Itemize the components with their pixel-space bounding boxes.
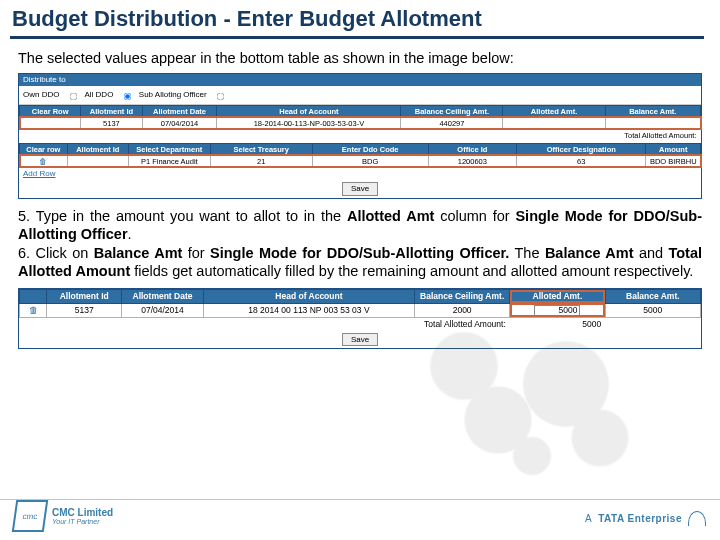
screenshot-2: Allotment Id Allotment Date Head of Acco… [18,288,702,349]
own-ddo-radio[interactable] [69,92,77,100]
save-button-2[interactable]: Save [342,333,378,347]
table1-upper: Clear Row Allotment Id Allotment Date He… [19,105,701,141]
add-row-link[interactable]: Add Row [19,168,59,180]
save-button-1[interactable]: Save [342,182,378,196]
lead-text: The selected values appear in the bottom… [18,49,702,67]
trash-icon[interactable]: 🗑 [39,157,47,166]
trash-icon-2[interactable]: 🗑 [29,305,38,315]
table1-lower-row-highlight: 🗑 P1 Finance Audit 21 BDG 1200603 63 BDO… [20,155,701,167]
t3-h-bal: Balance Amt. [605,290,700,303]
t3-h-aid: Allotment Id [47,290,122,303]
t2-h-amt: Amount [646,143,701,155]
t1-h-bal: Balance Amt. [605,105,700,117]
t2-h-od: Office Id [428,143,517,155]
step5: 5. Type in the amount you want to allot … [18,207,702,243]
screenshot-1: Distribute to Own DDO All DDO Sub Alloti… [18,73,702,199]
t2-h-clear: Clear row [20,143,68,155]
cmc-logo: cmc CMC Limited Your IT Partner [14,500,113,532]
distribute-options: Own DDO All DDO Sub Alloting Officer [19,86,701,105]
t2-h-ec: Enter Ddo Code [312,143,428,155]
table2-row: 🗑 5137 07/04/2014 18 2014 00 113 NP 003 … [20,303,701,317]
sub-allot-radio[interactable] [217,92,225,100]
tata-logo-icon [688,511,706,526]
table1-row-highlight: 5137 07/04/2014 18-2014-00-113-NP-003-53… [20,117,701,129]
step6: 6. Click on Balance Amt for Single Mode … [18,244,702,280]
allotted-amt-input[interactable]: 5000 [534,305,580,316]
table2: Allotment Id Allotment Date Head of Acco… [19,289,701,329]
t1-h-aid: Allotment Id [81,105,142,117]
t3-h-adate: Allotment Date [122,290,204,303]
distribute-to-bar: Distribute to [19,74,701,86]
t1-h-bca: Balance Ceiling Amt. [401,105,503,117]
t1-h-clear: Clear Row [20,105,81,117]
t1-h-alamt: Allotted Amt. [503,105,605,117]
page-title: Budget Distribution - Enter Budget Allot… [10,6,704,39]
t1-h-adate: Allotment Date [142,105,217,117]
tata-mark: A TATA Enterprise [585,511,706,526]
t3-h-hoa: Head of Account [203,290,414,303]
t2-h-st: Select Treasury [210,143,312,155]
all-ddo-radio[interactable] [123,92,131,100]
t3-h-alamt: Alloted Amt. [510,290,605,303]
t1-h-hoa: Head of Account [217,105,401,117]
t3-h-bca: Balance Ceiling Amt. [414,290,509,303]
table1-lower: Clear row Allotment Id Select Department… [19,143,701,168]
footer: cmc CMC Limited Your IT Partner A TATA E… [0,499,720,534]
t2-h-sd: Select Department [128,143,210,155]
t2-h-odg: Officer Designation [517,143,646,155]
t2-h-aid: Allotment Id [67,143,128,155]
